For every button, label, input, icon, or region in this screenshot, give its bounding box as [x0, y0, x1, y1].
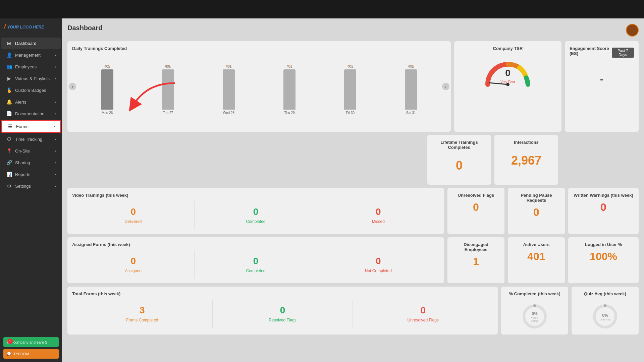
row-forms: Assigned Forms (this week) 0 Assigned 0 … — [67, 237, 639, 283]
logged-in-title: Logged in User % — [573, 242, 634, 247]
sidebar-label-settings: Settings — [15, 184, 31, 189]
sidebar-item-videos[interactable]: ▶ Videos & Playlists › — [1, 73, 61, 84]
resolved-flags-value: 0 — [215, 305, 350, 316]
management-arrow: › — [55, 53, 56, 57]
chart-next-button[interactable]: › — [442, 83, 449, 90]
refer-label: company and earn $ — [13, 340, 47, 344]
bar-container-3: 401 — [261, 69, 318, 110]
gauge-container: 0 Very Poor — [481, 58, 535, 88]
time-tracking-arrow: › — [55, 137, 56, 141]
quiz-avg-card: Quiz Avg (this week) 0% Quiz Avg — [572, 287, 639, 335]
sidebar-item-time-tracking[interactable]: ⏱ Time Tracking › — [1, 133, 61, 145]
quiz-avg-sublabel: Quiz Avg — [600, 318, 610, 321]
sidebar-item-settings[interactable]: ⚙ Settings › — [1, 180, 61, 192]
tyfoom-button[interactable]: 💬 TYFOOM — [3, 349, 59, 359]
bar-container-5: 401 — [383, 69, 439, 110]
tsr-title: Company TSR — [493, 46, 523, 51]
assigned-forms-not-completed: 0 Not Completed — [317, 250, 439, 279]
sidebar-item-dashboard[interactable]: ⊞ Dashboard — [1, 38, 61, 49]
es-card: Engagement Score (ES) Past 7 Days - — [565, 41, 639, 132]
sidebar-label-forms: Forms — [16, 124, 29, 129]
resolved-flags-label: Resolved Flags — [215, 318, 350, 322]
sidebar-label-management: Management — [15, 53, 41, 58]
video-missed: 0 Missed — [317, 201, 439, 229]
total-resolved-flags: 0 Resolved Flags — [213, 300, 353, 328]
video-missed-value: 0 — [320, 206, 437, 217]
es-filter-button[interactable]: Past 7 Days — [612, 48, 634, 58]
employees-icon: 👥 — [6, 64, 12, 69]
assigned-forms-metrics: 0 Assigned 0 Completed 0 Not Completed — [72, 250, 439, 279]
video-trainings-title: Video Trainings (this week) — [72, 193, 439, 198]
bar-container-4: 401 — [322, 69, 379, 110]
pending-pause-title: Pending Pause Requests — [513, 193, 560, 203]
daily-trainings-title: Daily Trainings Completed — [72, 46, 446, 51]
tyfoom-label: TYFOOM — [13, 352, 29, 356]
dashboard-icon: ⊞ — [6, 41, 12, 46]
tsr-card: Company TSR — [454, 41, 561, 132]
videos-arrow: › — [55, 76, 56, 80]
sidebar-item-documentation[interactable]: 📄 Documentation › — [1, 108, 61, 119]
logged-in-value: 100% — [573, 250, 634, 263]
sidebar-item-forms[interactable]: ☰ Forms › — [1, 120, 61, 133]
bar-group-4: 0% 401 Fri 30 — [322, 64, 379, 115]
alerts-icon: 🔔 — [6, 99, 12, 105]
sidebar-label-on-site: On-Site — [15, 148, 30, 154]
bar-0 — [101, 69, 113, 110]
total-unresolved-label: Unresolved Flags — [356, 318, 490, 322]
sidebar-item-on-site[interactable]: 📍 On-Site › — [1, 145, 61, 157]
bar-group-3: 0% 401 Thu 29 — [261, 64, 318, 115]
row-video: Video Trainings (this week) 0 Delivered … — [67, 188, 639, 234]
sidebar-item-management[interactable]: 👤 Management › — [1, 49, 61, 61]
forms-arrow: › — [54, 124, 55, 128]
sidebar-item-sharing[interactable]: 🔗 Sharing › — [1, 157, 61, 168]
on-site-icon: 📍 — [6, 148, 12, 154]
es-value: - — [570, 63, 634, 95]
unresolved-flags-title: Unresolved Flags — [452, 193, 500, 198]
sidebar-item-custom-badges[interactable]: 🏅 Custom Badges — [1, 84, 61, 96]
sidebar: / YOUR LOGO HERE ⊞ Dashboard 👤 Managemen… — [0, 18, 62, 362]
video-trainings-card: Video Trainings (this week) 0 Delivered … — [67, 188, 444, 234]
settings-arrow: › — [55, 184, 56, 188]
sidebar-bottom: 🔄 1 company and earn $ 💬 TYFOOM — [0, 334, 62, 362]
disengaged-value: 1 — [452, 255, 500, 268]
logo-text: YOUR LOGO HERE — [7, 25, 44, 29]
page-title: Dashboard — [67, 24, 102, 32]
total-forms-card: Total Forms (this week) 3 Forms Complete… — [67, 287, 498, 335]
forms-completed-label: Forms Completed — [75, 318, 210, 322]
pct-completed-value: 0% — [532, 311, 537, 316]
sharing-icon: 🔗 — [6, 160, 12, 165]
documentation-icon: 📄 — [6, 111, 12, 116]
active-users-title: Active Users — [513, 242, 560, 247]
video-delivered-label: Delivered — [75, 219, 192, 224]
written-warnings-title: Written Warnings (this week) — [573, 193, 634, 198]
sidebar-label-reports: Reports — [15, 172, 31, 177]
sidebar-label-documentation: Documentation — [15, 111, 44, 116]
bar-container-0: 401 — [79, 69, 136, 110]
sidebar-label-videos: Videos & Playlists — [15, 76, 50, 81]
video-completed: 0 Completed — [195, 201, 317, 229]
bar-count-4: 401 — [322, 65, 379, 68]
bar-2 — [223, 69, 235, 110]
refer-button[interactable]: 🔄 1 company and earn $ — [3, 337, 59, 347]
reports-arrow: › — [55, 172, 56, 176]
disengaged-title: Disengaged Employees — [452, 242, 500, 252]
sidebar-label-sharing: Sharing — [15, 160, 30, 165]
total-unresolved-value: 0 — [356, 305, 490, 316]
pending-pause-card: Pending Pause Requests 0 — [508, 188, 565, 234]
assigned-forms-card: Assigned Forms (this week) 0 Assigned 0 … — [67, 237, 444, 283]
bar-container-1: 401 — [140, 69, 196, 110]
daily-trainings-card: Daily Trainings Completed ‹ › 0% 401 Mon… — [67, 41, 451, 132]
logo-slash: / — [4, 23, 6, 30]
es-header: Engagement Score (ES) Past 7 Days — [570, 46, 634, 59]
sharing-arrow: › — [55, 161, 56, 165]
sidebar-label-custom-badges: Custom Badges — [15, 88, 46, 93]
chart-prev-button[interactable]: ‹ — [69, 83, 76, 90]
sidebar-item-alerts[interactable]: 🔔 Alerts › — [1, 96, 61, 108]
logo: / YOUR LOGO HERE — [0, 18, 62, 35]
lifetime-trainings-card: Lifetime Trainings Completed 0 — [427, 135, 491, 185]
sidebar-item-reports[interactable]: 📊 Reports › — [1, 169, 61, 180]
sidebar-label-employees: Employees — [15, 64, 37, 69]
sidebar-item-employees[interactable]: 👥 Employees › — [1, 61, 61, 72]
total-forms-title: Total Forms (this week) — [72, 291, 493, 296]
user-avatar[interactable] — [626, 24, 639, 37]
